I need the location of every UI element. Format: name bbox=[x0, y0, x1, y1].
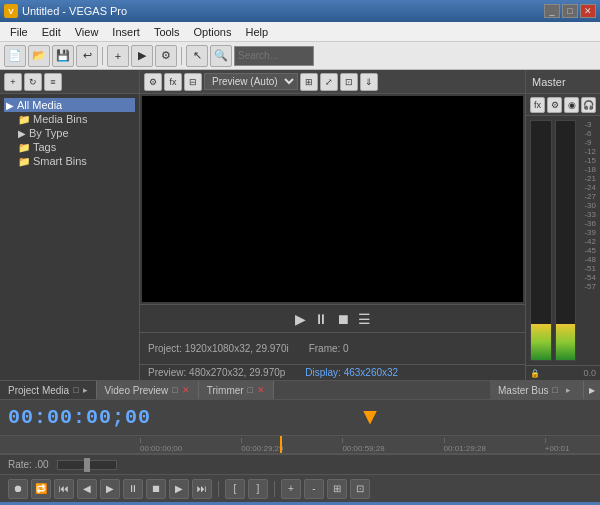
media-import-btn[interactable]: + bbox=[4, 73, 22, 91]
tree-item-by-type[interactable]: ▶ By Type bbox=[4, 126, 135, 140]
import-media-button[interactable]: + bbox=[107, 45, 129, 67]
tab-trimmer[interactable]: Trimmer □ ✕ bbox=[199, 381, 274, 399]
transport-pause-btn[interactable]: ⏸ bbox=[123, 479, 143, 499]
transport-play-btn[interactable]: ▶ bbox=[100, 479, 120, 499]
master-toolbar: fx ⚙ ◉ 🎧 bbox=[526, 94, 600, 116]
transport-bar: ⏺ 🔁 ⏮ ◀ ▶ ⏸ ⏹ ▶ ⏭ [ ] + - ⊞ ⊡ bbox=[0, 474, 600, 502]
tree-item-all-media[interactable]: ▶ All Media bbox=[4, 98, 135, 112]
preview-split-btn[interactable]: ⊟ bbox=[184, 73, 202, 91]
meter-bar-left bbox=[530, 120, 552, 361]
pause-button[interactable]: ⏸ bbox=[314, 311, 328, 327]
media-refresh-btn[interactable]: ↻ bbox=[24, 73, 42, 91]
transport-zoom-out-btn[interactable]: - bbox=[304, 479, 324, 499]
menu-view[interactable]: View bbox=[69, 25, 105, 39]
maximize-button[interactable]: □ bbox=[562, 4, 578, 18]
master-fx-btn[interactable]: fx bbox=[530, 97, 545, 113]
transport-zoom-in-btn[interactable]: + bbox=[281, 479, 301, 499]
preview-save-btn[interactable]: ⇓ bbox=[360, 73, 378, 91]
transport-record-btn[interactable]: ⏺ bbox=[8, 479, 28, 499]
timeline-ruler[interactable]: 00:00:00;00 00:00:29;29 00:00:59;28 00:0… bbox=[0, 436, 600, 454]
transport-mark-out-btn[interactable]: ] bbox=[248, 479, 268, 499]
transport-next-frame-btn[interactable]: ▶ bbox=[169, 479, 189, 499]
master-bus-close[interactable]: □ bbox=[553, 385, 558, 395]
menu-edit[interactable]: Edit bbox=[36, 25, 67, 39]
preview-layout-btn[interactable]: ⊞ bbox=[300, 73, 318, 91]
menu-file[interactable]: File bbox=[4, 25, 34, 39]
project-media-menu[interactable]: ▸ bbox=[83, 385, 88, 395]
transport-rewind-btn[interactable]: ⏮ bbox=[54, 479, 74, 499]
rate-bar: Rate: .00 bbox=[0, 454, 600, 474]
preview-quality-select[interactable]: Preview (Auto) bbox=[204, 73, 298, 90]
transport-fit-btn[interactable]: ⊞ bbox=[327, 479, 347, 499]
preview-info-bar: Project: 1920x1080x32, 29.970i Frame: 0 bbox=[140, 332, 525, 364]
minimize-button[interactable]: _ bbox=[544, 4, 560, 18]
media-toolbar: + ↻ ≡ bbox=[0, 70, 139, 94]
menu-tools[interactable]: Tools bbox=[148, 25, 186, 39]
rate-thumb[interactable] bbox=[84, 458, 90, 472]
smart-bins-label: Smart Bins bbox=[33, 155, 87, 167]
panel-scroll-icon: ▶ bbox=[589, 386, 595, 395]
folder-icon-5: 📁 bbox=[18, 156, 30, 167]
preview-toolbar: ⚙ fx ⊟ Preview (Auto) ⊞ ⤢ ⊡ ⇓ bbox=[140, 70, 525, 94]
preview-settings-btn[interactable]: ⚙ bbox=[144, 73, 162, 91]
preview-fx-btn[interactable]: fx bbox=[164, 73, 182, 91]
transport-loop-btn[interactable]: 🔁 bbox=[31, 479, 51, 499]
tab-video-preview[interactable]: Video Preview □ ✕ bbox=[97, 381, 199, 399]
render-button[interactable]: ▶ bbox=[131, 45, 153, 67]
transport-stop-btn[interactable]: ⏹ bbox=[146, 479, 166, 499]
video-preview-close[interactable]: □ bbox=[172, 385, 177, 395]
cursor-button[interactable]: ↖ bbox=[186, 45, 208, 67]
close-button[interactable]: ✕ bbox=[580, 4, 596, 18]
lock-icon: 🔒 bbox=[530, 369, 540, 378]
playhead-marker bbox=[363, 411, 377, 425]
master-bus-menu[interactable]: ▸ bbox=[562, 385, 575, 395]
toolbar-separator-2 bbox=[181, 47, 182, 65]
media-view-btn[interactable]: ≡ bbox=[44, 73, 62, 91]
left-panel: + ↻ ≡ ▶ All Media 📁 Media Bins ▶ By Type… bbox=[0, 70, 140, 380]
menu-options[interactable]: Options bbox=[188, 25, 238, 39]
play-button[interactable]: ▶ bbox=[295, 311, 306, 327]
stop-button[interactable]: ⏹ bbox=[336, 311, 350, 327]
menu-insert[interactable]: Insert bbox=[106, 25, 146, 39]
transport-prev-frame-btn[interactable]: ◀ bbox=[77, 479, 97, 499]
trimmer-close[interactable]: □ bbox=[248, 385, 253, 395]
tab-master-bus[interactable]: Master Bus □ ▸ bbox=[490, 381, 584, 399]
master-monitor-btn[interactable]: ◉ bbox=[564, 97, 579, 113]
by-type-label: By Type bbox=[29, 127, 69, 139]
menu-button[interactable]: ☰ bbox=[358, 311, 371, 327]
master-headphones-btn[interactable]: 🎧 bbox=[581, 97, 596, 113]
meter-fill-right bbox=[556, 324, 576, 360]
search-input[interactable] bbox=[234, 46, 314, 66]
tree-item-media-bins[interactable]: 📁 Media Bins bbox=[4, 112, 135, 126]
undo-button[interactable]: ↩ bbox=[76, 45, 98, 67]
properties-button[interactable]: ⚙ bbox=[155, 45, 177, 67]
main-toolbar: 📄 📂 💾 ↩ + ▶ ⚙ ↖ 🔍 bbox=[0, 42, 600, 70]
panel-scroll-btn[interactable]: ▶ bbox=[584, 381, 600, 399]
folder-icon-3: ▶ bbox=[18, 128, 26, 139]
video-preview-area bbox=[142, 96, 523, 302]
menu-help[interactable]: Help bbox=[239, 25, 274, 39]
project-media-close[interactable]: □ bbox=[73, 385, 78, 395]
center-panel: ⚙ fx ⊟ Preview (Auto) ⊞ ⤢ ⊡ ⇓ ▶ ⏸ ⏹ ☰ Pr… bbox=[140, 70, 525, 380]
ruler-content: 00:00:00;00 00:00:29;29 00:00:59;28 00:0… bbox=[140, 436, 600, 453]
transport-sep-2 bbox=[274, 481, 275, 497]
new-button[interactable]: 📄 bbox=[4, 45, 26, 67]
open-button[interactable]: 📂 bbox=[28, 45, 50, 67]
master-settings-btn[interactable]: ⚙ bbox=[547, 97, 562, 113]
zoom-button[interactable]: 🔍 bbox=[210, 45, 232, 67]
transport-mark-in-btn[interactable]: [ bbox=[225, 479, 245, 499]
video-preview-label: Video Preview bbox=[105, 385, 169, 396]
ruler-mark-4: +00:01 bbox=[545, 438, 570, 453]
app-title: Untitled - VEGAS Pro bbox=[22, 5, 127, 17]
preview-fullscreen-btn[interactable]: ⤢ bbox=[320, 73, 338, 91]
tree-item-tags[interactable]: 📁 Tags bbox=[4, 140, 135, 154]
tree-item-smart-bins[interactable]: 📁 Smart Bins bbox=[4, 154, 135, 168]
rate-slider[interactable] bbox=[57, 460, 117, 470]
transport-fwd-btn[interactable]: ⏭ bbox=[192, 479, 212, 499]
transport-meta-btn[interactable]: ⊡ bbox=[350, 479, 370, 499]
trimmer-dot: ✕ bbox=[257, 385, 265, 395]
tab-project-media[interactable]: Project Media □ ▸ bbox=[0, 381, 97, 399]
save-button[interactable]: 💾 bbox=[52, 45, 74, 67]
app-logo: V bbox=[4, 4, 18, 18]
preview-copy-btn[interactable]: ⊡ bbox=[340, 73, 358, 91]
